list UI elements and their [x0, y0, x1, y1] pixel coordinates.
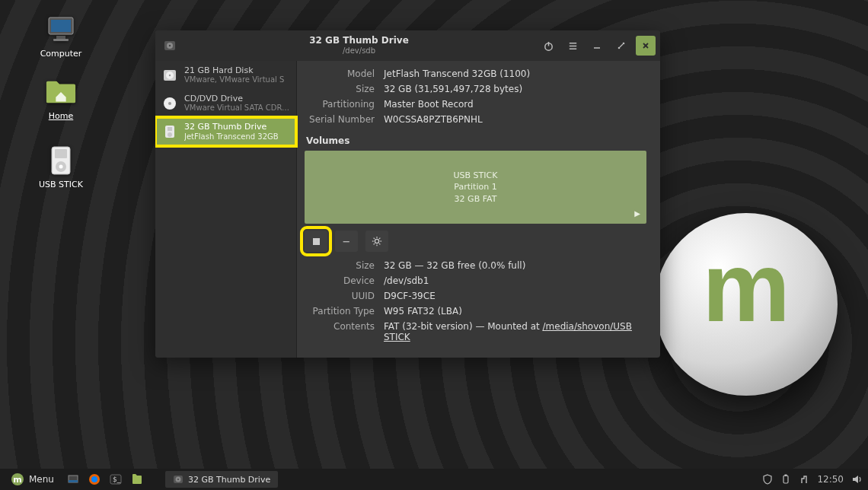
- taskbar-entry-label: 32 GB Thumb Drive: [188, 475, 270, 485]
- volume-line3: 32 GB FAT: [455, 193, 497, 205]
- svg-line-36: [379, 243, 380, 244]
- device-item-cddvd[interactable]: CD/DVD Drive VMware Virtual SATA CDRW Dr…: [155, 89, 296, 117]
- delete-partition-button[interactable]: −: [335, 231, 358, 252]
- show-desktop-button[interactable]: [65, 471, 81, 488]
- maximize-button[interactable]: [611, 36, 631, 56]
- value-size: 32 GB (31,591,497,728 bytes): [384, 84, 646, 94]
- network-icon[interactable]: [799, 474, 809, 485]
- label-partitioning: Partitioning: [305, 99, 375, 110]
- label-size: Size: [305, 84, 375, 94]
- svg-rect-5: [55, 149, 67, 158]
- label-vol-device: Device: [305, 275, 375, 286]
- menu-button[interactable]: m Menu: [5, 471, 60, 488]
- svg-rect-2: [56, 36, 65, 39]
- terminal-launcher[interactable]: $_: [107, 471, 124, 488]
- value-vol-ptype: W95 FAT32 (LBA): [384, 306, 646, 317]
- svg-point-26: [168, 102, 171, 105]
- value-vol-contents: FAT (32-bit version) — Mounted at /media…: [384, 321, 646, 342]
- minimize-button[interactable]: [587, 36, 607, 56]
- svg-point-49: [177, 479, 179, 480]
- shield-icon[interactable]: [762, 474, 773, 485]
- svg-rect-51: [785, 475, 787, 477]
- detail-pane: Model JetFlash Transcend 32GB (1100) Siz…: [297, 61, 660, 358]
- minus-icon: −: [343, 236, 351, 247]
- volumes-heading: Volumes: [306, 135, 646, 146]
- system-tray: 12:50: [762, 474, 863, 485]
- volume-toolbar: −: [305, 228, 646, 254]
- desktop-icon-usb[interactable]: USB STICK: [30, 145, 91, 189]
- svg-rect-1: [51, 20, 71, 32]
- desktop-icon-computer[interactable]: Computer: [30, 14, 91, 59]
- files-launcher[interactable]: [129, 471, 145, 488]
- hamburger-menu-icon[interactable]: [563, 36, 582, 56]
- mint-logo: m: [655, 213, 838, 396]
- device-item-thumbdrive[interactable]: 32 GB Thumb Drive JetFlash Transcend 32G…: [155, 117, 296, 145]
- svg-text:m: m: [13, 475, 21, 485]
- device-list: 21 GB Hard Disk VMware, VMware Virtual S…: [155, 61, 297, 358]
- value-serial: W0CSSA8PZTB6PNHL: [384, 114, 646, 125]
- volume-partition[interactable]: USB STICK Partition 1 32 GB FAT ▶: [305, 151, 646, 224]
- disks-window: 32 GB Thumb Drive /dev/sdb 21 GB Hard: [155, 30, 660, 358]
- label-serial: Serial Number: [305, 114, 375, 125]
- label-vol-ptype: Partition Type: [305, 306, 375, 317]
- svg-text:$_: $_: [113, 476, 121, 483]
- label-vol-uuid: UUID: [305, 291, 375, 301]
- desktop-icon-label: USB STICK: [30, 180, 91, 189]
- value-vol-uuid: D9CF-39CE: [384, 291, 646, 301]
- monitor-icon: [45, 14, 77, 46]
- partition-settings-button[interactable]: [365, 231, 388, 252]
- folder-home-icon: [45, 76, 77, 108]
- taskbar-entry-disks[interactable]: 32 GB Thumb Drive: [165, 471, 278, 488]
- gear-icon: [372, 236, 382, 247]
- firefox-launcher[interactable]: [86, 471, 103, 488]
- menu-label: Menu: [29, 474, 54, 485]
- svg-line-35: [374, 238, 375, 239]
- svg-point-52: [801, 482, 803, 483]
- drive-icon: [173, 474, 183, 485]
- label-vol-contents: Contents: [305, 321, 375, 342]
- chevron-right-icon[interactable]: ▶: [634, 208, 640, 219]
- label-vol-size: Size: [305, 260, 375, 271]
- clock[interactable]: 12:50: [817, 474, 844, 485]
- device-item-harddisk[interactable]: 21 GB Hard Disk VMware, VMware Virtual S: [155, 61, 296, 89]
- value-partitioning: Master Boot Record: [384, 99, 646, 110]
- label-model: Model: [305, 68, 375, 79]
- thumbdrive-icon: [161, 123, 178, 140]
- svg-point-17: [618, 47, 621, 49]
- svg-rect-3: [53, 39, 69, 41]
- titlebar[interactable]: 32 GB Thumb Drive /dev/sdb: [155, 30, 660, 61]
- disc-icon: [161, 95, 178, 112]
- unmount-button[interactable]: [305, 231, 327, 252]
- tray-usb-icon[interactable]: [780, 474, 791, 485]
- window-title: 32 GB Thumb Drive /dev/sdb: [184, 36, 534, 55]
- svg-point-24: [169, 74, 171, 75]
- volume-name: USB STICK: [454, 170, 498, 181]
- stop-icon: [313, 238, 320, 245]
- svg-line-19: [620, 44, 623, 47]
- svg-rect-28: [168, 127, 172, 131]
- value-vol-device: /dev/sdb1: [384, 275, 646, 286]
- svg-line-38: [379, 238, 380, 239]
- value-vol-size: 32 GB — 32 GB free (0.0% full): [384, 260, 646, 271]
- drive-icon: [160, 36, 180, 56]
- svg-line-37: [374, 243, 375, 244]
- close-button[interactable]: [636, 36, 656, 56]
- volume-line2: Partition 1: [454, 181, 496, 192]
- taskbar: m Menu $_ 32 GB Thumb Drive 12:50: [0, 469, 868, 490]
- desktop-icon-label: Home: [30, 111, 91, 121]
- power-icon[interactable]: [538, 36, 558, 56]
- svg-point-7: [59, 165, 63, 169]
- media-player-icon: [45, 145, 77, 177]
- harddisk-icon: [161, 67, 178, 84]
- volume-icon[interactable]: [851, 474, 863, 485]
- svg-point-44: [91, 476, 97, 482]
- value-model: JetFlash Transcend 32GB (1100): [384, 68, 646, 79]
- svg-point-53: [806, 482, 807, 483]
- desktop-icon-home[interactable]: Home: [30, 76, 91, 121]
- mint-menu-icon: m: [11, 473, 24, 486]
- svg-point-10: [169, 45, 171, 46]
- svg-rect-42: [69, 480, 78, 482]
- svg-point-18: [623, 43, 625, 45]
- svg-point-29: [168, 132, 172, 137]
- svg-point-30: [375, 239, 378, 243]
